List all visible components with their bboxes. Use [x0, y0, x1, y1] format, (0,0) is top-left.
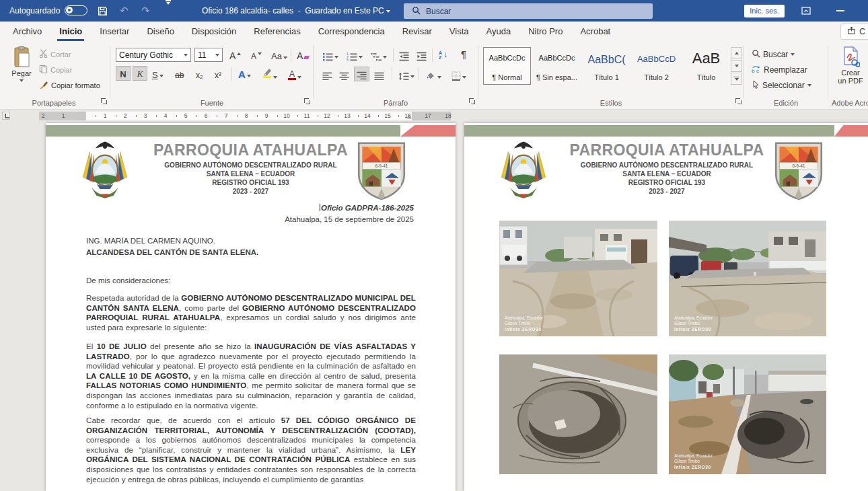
grow-font-button[interactable]: A: [227, 47, 243, 62]
redo-icon[interactable]: ↷: [141, 0, 150, 22]
tab-correspondencia[interactable]: Correspondencia: [310, 22, 394, 41]
document-canvas[interactable]: PARROQUIA ATAHUALPA GOBIERNO AUTÓNOMO DE…: [0, 122, 868, 491]
find-button[interactable]: Buscar: [752, 49, 795, 60]
styles-group-label: Estilos: [479, 99, 743, 107]
sign-in-button[interactable]: Inic. ses.: [744, 5, 785, 17]
share-button[interactable]: C: [840, 24, 868, 40]
paragraph-dialog-launcher[interactable]: [469, 98, 476, 105]
tab-revisar[interactable]: Revisar: [394, 22, 441, 41]
font-family-select[interactable]: Century Gothic: [116, 48, 191, 62]
styles-dialog-launcher[interactable]: [735, 98, 742, 105]
font-group-label: Fuente: [111, 99, 313, 107]
tab-nitro-pro[interactable]: Nitro Pro: [519, 22, 571, 41]
parish-shield-logo-2: 6-9-41: [772, 139, 825, 204]
eraser-icon: [303, 56, 310, 59]
align-right-button[interactable]: [354, 67, 369, 81]
style-no-spacing[interactable]: AaBbCcDc ¶ Sin espa...: [533, 47, 581, 85]
hanging-indent-marker[interactable]: [80, 116, 85, 120]
format-painter-button[interactable]: Copiar formato: [39, 80, 100, 91]
font-size-select[interactable]: 11: [194, 48, 223, 62]
numbering-button[interactable]: 123: [345, 47, 365, 62]
page-1[interactable]: PARROQUIA ATAHUALPA GOBIERNO AUTÓNOMO DE…: [46, 123, 456, 491]
borders-button[interactable]: [449, 67, 468, 81]
tab-referencias[interactable]: Referencias: [245, 22, 309, 41]
sort-icon: AZ: [439, 50, 442, 60]
word-window: Autoguardado ↶ ↷ Oficio 186 alcaldia- ca…: [0, 0, 868, 491]
superscript-button[interactable]: x²: [213, 66, 223, 81]
tab-diseno[interactable]: Diseño: [138, 22, 182, 41]
autosave-toggle[interactable]: [65, 5, 87, 15]
highlight-color-button[interactable]: [260, 66, 279, 81]
clipboard-group-label: Portapapeles: [0, 99, 108, 107]
subscript-button[interactable]: x₂: [194, 66, 205, 81]
select-pointer-icon: [752, 80, 760, 91]
select-button[interactable]: Seleccionar: [752, 80, 811, 91]
page-2[interactable]: PARROQUIA ATAHUALPA GOBIERNO AUTÓNOMO DE…: [464, 123, 868, 491]
align-left-button[interactable]: [320, 67, 334, 81]
styles-scroll-down[interactable]: [731, 60, 742, 72]
minimize-button[interactable]: [836, 10, 844, 11]
save-icon[interactable]: [97, 0, 108, 22]
justify-button[interactable]: [372, 67, 386, 81]
font-dialog-launcher[interactable]: [304, 98, 311, 105]
line-spacing-button[interactable]: [396, 67, 417, 81]
tab-disposicion[interactable]: Disposición: [183, 22, 245, 41]
style-title[interactable]: AaB Título: [682, 47, 730, 85]
shading-button[interactable]: [423, 67, 443, 81]
increase-indent-button[interactable]: [414, 47, 429, 62]
style-heading1[interactable]: AaBbC( Título 1: [583, 47, 630, 85]
share-icon: [847, 26, 856, 37]
style-heading2[interactable]: AaBbCcD Título 2: [632, 47, 680, 85]
ecuador-coat-of-arms: [79, 140, 131, 202]
highlighter-icon: [262, 67, 272, 80]
replace-button[interactable]: bc Reemplazar: [752, 65, 807, 75]
paragraph-group-label: Párrafo: [315, 99, 476, 107]
undo-icon[interactable]: ↶: [120, 0, 129, 22]
first-line-indent-marker[interactable]: [80, 112, 85, 116]
photo-pothole-closeup: [499, 354, 657, 474]
styles-gallery-expand[interactable]: [731, 73, 742, 85]
bullets-button[interactable]: [320, 47, 340, 62]
search-input[interactable]: Buscar: [404, 3, 653, 19]
multilevel-list-button[interactable]: [369, 47, 389, 62]
document-title[interactable]: Oficio 186 alcaldia- calles - Guardado e…: [168, 0, 424, 22]
tab-insertar[interactable]: Insertar: [91, 22, 138, 41]
change-case-button[interactable]: Aa: [269, 47, 289, 62]
style-normal[interactable]: AaBbCcDc ¶ Normal: [483, 47, 531, 85]
paste-button[interactable]: Pegar: [5, 46, 38, 82]
photo-street-2: Atahualpa, EcuadorGilson TimbóInfinix ZE…: [669, 221, 826, 336]
copy-icon: [39, 65, 48, 75]
decrease-indent-button[interactable]: [397, 47, 411, 62]
editing-group-label: Edición: [745, 99, 827, 107]
acrobat-group-label: Adobe Acrob: [832, 99, 868, 107]
shrink-font-button[interactable]: A: [249, 47, 264, 62]
tab-acrobat[interactable]: Acrobat: [571, 22, 619, 41]
horizontal-ruler[interactable]: 21123456789101112131415161718: [39, 112, 451, 120]
clear-formatting-button[interactable]: A: [295, 47, 311, 62]
strikethrough-button[interactable]: ab: [173, 66, 186, 81]
create-pdf-button[interactable]: Crear un PDF: [833, 46, 868, 85]
text-effects-button[interactable]: A: [236, 66, 253, 81]
ecuador-coat-of-arms-2: [498, 140, 549, 202]
tab-vista[interactable]: Vista: [441, 22, 478, 41]
sort-button[interactable]: AZ ↓: [437, 46, 450, 61]
bold-button[interactable]: N: [116, 66, 131, 81]
underline-button[interactable]: S: [150, 66, 166, 81]
format-painter-icon: [39, 80, 48, 91]
align-center-button[interactable]: [337, 67, 351, 81]
tab-selector[interactable]: [2, 112, 10, 120]
clipboard-dialog-launcher[interactable]: [101, 98, 108, 105]
styles-scroll-up[interactable]: [731, 47, 742, 59]
svg-text:c: c: [756, 68, 759, 73]
copy-button[interactable]: Copiar: [39, 65, 72, 75]
photo-street-1: Atahualpa, EcuadorGilson TimbóInfinix ZE…: [499, 221, 657, 336]
tab-archivo[interactable]: Archivo: [4, 22, 50, 41]
find-icon: [752, 49, 760, 60]
tab-ayuda[interactable]: Ayuda: [477, 22, 519, 41]
ribbon-display-options-icon[interactable]: [801, 0, 811, 22]
cut-button[interactable]: Cortar: [39, 49, 71, 59]
font-color-button[interactable]: A: [286, 66, 303, 81]
show-marks-button[interactable]: ¶: [459, 46, 468, 61]
tab-inicio[interactable]: Inicio: [50, 22, 91, 41]
italic-button[interactable]: K: [133, 66, 147, 81]
